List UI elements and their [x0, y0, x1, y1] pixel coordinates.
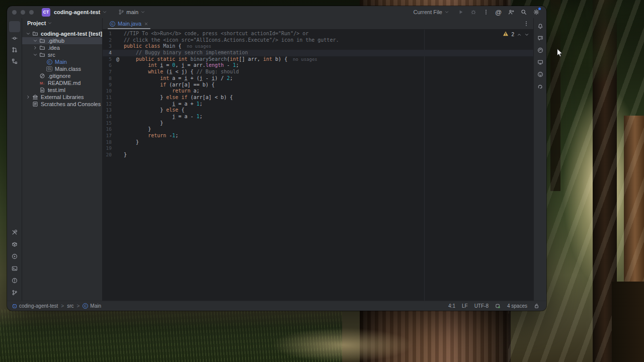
project-panel-header[interactable]: Project [22, 18, 102, 28]
code-line-19[interactable]: 19 [103, 145, 533, 152]
tab-main-java[interactable]: C Main.java [106, 18, 152, 29]
problems-icon[interactable] [9, 275, 20, 286]
profiler-icon[interactable] [535, 69, 546, 80]
code-text: j = a - 1; [124, 114, 533, 120]
code-line-7[interactable]: 7 while (i < j) { // Bug: should [103, 69, 533, 75]
commit-icon[interactable] [9, 33, 20, 44]
version-control-icon[interactable] [9, 287, 20, 298]
ai-assistant-icon[interactable] [535, 33, 546, 44]
tree-item-main[interactable]: CMain [22, 58, 102, 65]
iml-icon [38, 87, 46, 93]
editor-area: C Main.java 1//TIP To <b>Run</b> code, p… [103, 18, 533, 301]
chevron-down-icon[interactable] [25, 31, 31, 36]
line-separator-widget[interactable]: LF [462, 303, 468, 309]
code-line-12[interactable]: 12 i = a + 1; [103, 101, 533, 108]
settings-gear-icon[interactable] [531, 7, 541, 17]
project-selector[interactable]: coding-agent-test [54, 9, 107, 15]
chevron-down-icon[interactable] [32, 38, 38, 43]
close-window-button[interactable] [12, 10, 17, 15]
debug-button-icon[interactable] [468, 7, 478, 17]
running-devices-icon[interactable] [535, 57, 546, 68]
project-icon[interactable] [9, 21, 20, 32]
tree-item-gitignore[interactable]: .gitignore [22, 72, 102, 79]
inspections-widget[interactable]: 2 [503, 31, 529, 39]
left-toolbar-top [9, 21, 20, 79]
tree-item-test-iml[interactable]: test.iml [22, 86, 102, 94]
code-line-10[interactable]: 10 return a; [103, 88, 533, 95]
code-line-4[interactable]: 4 // Buggy binary search implementation [103, 50, 533, 56]
tree-item-external-libraries[interactable]: External Libraries [22, 94, 102, 101]
code-line-17[interactable]: 17 return -1; [103, 133, 533, 139]
tree-item-coding-agent-test-test[interactable]: coding-agent-test [test]~/repos [22, 30, 102, 37]
code-line-16[interactable]: 16 } [103, 126, 533, 133]
prev-problem-icon[interactable] [517, 32, 522, 37]
search-icon[interactable] [518, 7, 529, 17]
gutter-spacer [112, 107, 124, 114]
code-text: } else { [124, 107, 533, 114]
run-config-selector[interactable]: Current File [414, 9, 449, 15]
tab-bar: C Main.java [103, 18, 533, 30]
gradle-icon[interactable] [535, 45, 546, 56]
chevron-right-icon[interactable] [32, 45, 38, 50]
zoom-window-button[interactable] [29, 10, 34, 15]
code-line-14[interactable]: 14 j = a - 1; [103, 114, 533, 120]
structure-icon[interactable] [9, 56, 20, 67]
code-lines: 1//TIP To <b>Run</b> code, press <shortc… [103, 31, 533, 158]
code-line-1[interactable]: 1//TIP To <b>Run</b> code, press <shortc… [103, 31, 533, 37]
build-icon[interactable] [9, 227, 20, 238]
left-toolbar [7, 18, 22, 301]
branch-selector[interactable]: main [118, 9, 145, 15]
run-button-icon[interactable] [455, 7, 466, 17]
code-text: } else if (arr[a] < b) { [124, 95, 533, 101]
chevron-down-icon[interactable] [32, 52, 38, 57]
add-user-icon[interactable] [506, 7, 516, 17]
mouse-cursor [556, 48, 563, 58]
code-line-20[interactable]: 20} [103, 152, 533, 158]
line-number: 6 [103, 62, 112, 69]
chevron-right-icon[interactable] [25, 95, 31, 100]
code-text: int a = i + (j - i) / 2; [124, 75, 533, 82]
code-line-9[interactable]: 9 if (arr[a] == b) { [103, 82, 533, 88]
services-icon[interactable] [9, 239, 20, 250]
more-actions-icon[interactable] [480, 7, 491, 17]
tree-item-label: Main [55, 59, 67, 65]
inspection-status-icon[interactable] [495, 303, 501, 309]
tree-item-main-class[interactable]: 01Main.class [22, 65, 102, 72]
code-line-2[interactable]: 2// click the <icon src="AllIcons.Action… [103, 37, 533, 44]
breadcrumb-project[interactable]: coding-agent-test [12, 303, 58, 309]
breadcrumb-separator: > [61, 303, 64, 309]
ai-mention-icon[interactable]: @ [493, 7, 504, 17]
tree-item-scratches-and-consoles[interactable]: Scratches and Consoles [22, 101, 102, 108]
tab-options-icon[interactable] [523, 21, 529, 27]
code-line-8[interactable]: 8 int a = i + (j - i) / 2; [103, 75, 533, 82]
next-problem-icon[interactable] [524, 32, 529, 37]
close-tab-icon[interactable] [144, 22, 148, 26]
tree-item-src[interactable]: src [22, 51, 102, 58]
readonly-lock-icon[interactable] [534, 303, 539, 309]
tree-item-github[interactable]: .github [22, 37, 102, 44]
tree-item-readme-md[interactable]: M↓README.md [22, 79, 102, 86]
caret-position-widget[interactable]: 4:1 [448, 303, 455, 309]
breadcrumb-main[interactable]: C Main [83, 303, 101, 309]
code-line-18[interactable]: 18 } [103, 139, 533, 146]
folder-icon [38, 52, 46, 58]
code-editor[interactable]: 1//TIP To <b>Run</b> code, press <shortc… [103, 30, 533, 301]
breadcrumb-src[interactable]: src [67, 303, 73, 309]
code-line-6[interactable]: 6 int i = 0, j = arr.length - 1; [103, 62, 533, 69]
code-line-5[interactable]: 5@ public static int binarySearch(int[] … [103, 56, 533, 63]
terminal-icon[interactable] [9, 263, 20, 274]
code-line-13[interactable]: 13 } else { [103, 107, 533, 114]
pull-requests-icon[interactable] [9, 44, 20, 55]
code-line-11[interactable]: 11 } else if (arr[a] < b) { [103, 95, 533, 101]
code-line-3[interactable]: 3public class Main { no usages [103, 43, 533, 50]
notifications-icon[interactable] [535, 21, 546, 32]
tree-item-idea[interactable]: .idea [22, 44, 102, 51]
gutter-spacer [112, 75, 124, 82]
encoding-widget[interactable]: UTF-8 [474, 303, 489, 309]
code-line-15[interactable]: 15 } [103, 120, 533, 127]
run-icon[interactable] [9, 251, 20, 262]
hints-icon[interactable] [535, 81, 546, 92]
indent-widget[interactable]: 4 spaces [507, 303, 527, 309]
minimize-window-button[interactable] [21, 10, 25, 15]
more-icon[interactable] [9, 67, 20, 78]
